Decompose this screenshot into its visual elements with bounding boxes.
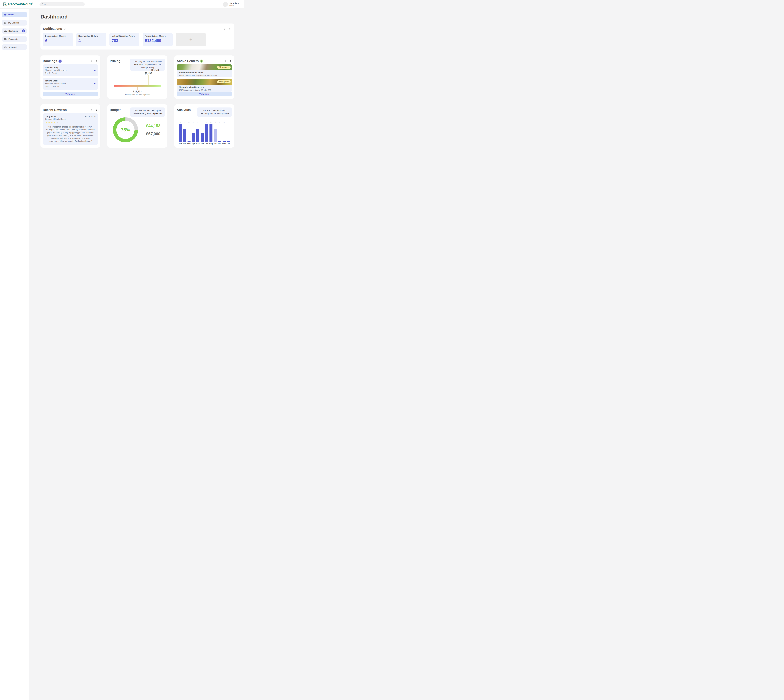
center-photo: 3 Programs <box>177 79 232 85</box>
bookings-view-more-button[interactable]: View More <box>43 92 98 96</box>
sidebar-item-label: Bookings <box>8 30 18 32</box>
budget-donut-chart: 75% <box>113 117 138 142</box>
bar-may <box>196 128 199 142</box>
centers-prev-icon[interactable] <box>224 60 227 62</box>
bar-jan <box>179 124 182 142</box>
budget-percent: 75% <box>113 117 138 142</box>
month-label: Oct <box>217 143 222 145</box>
registered-trademark: ® <box>32 2 33 5</box>
booking-dates: Jan 3 - Feb 8 <box>45 72 96 75</box>
sidebar-item-account[interactable]: Account <box>2 44 27 50</box>
stat-value: 6 <box>45 38 71 43</box>
review-item: Judy Black Sep 3, 2025 Kinmount Health C… <box>43 113 98 145</box>
center-address: 524 Monkwood Ave, Niagara Falls, ON L0S … <box>179 74 230 77</box>
star-empty-icon: ★ <box>56 121 59 124</box>
add-stat-tile[interactable]: + <box>176 33 206 47</box>
user-role: Admin <box>229 5 239 7</box>
booking-list-item[interactable]: Tatiana Stark Kinmount Health Center Dec… <box>43 78 98 90</box>
center-name: Kinmount Health Center <box>179 71 230 74</box>
bar-value: 4 <box>178 121 182 124</box>
reviews-next-icon[interactable] <box>95 108 98 111</box>
sidebar-item-label: Account <box>8 46 17 48</box>
info-text: more competitive than the average listin… <box>138 63 161 68</box>
month-label: Feb <box>182 143 187 145</box>
month-label: Aug <box>209 143 213 145</box>
programs-badge: 3 Programs <box>217 80 231 83</box>
sidebar-item-label: My Centers <box>8 22 19 24</box>
review-center: Kinmount Health Center <box>45 118 95 120</box>
brand-logo: R. RecoveryRoute ® <box>3 2 33 7</box>
booking-dates: Dec 27 - Mar 27 <box>45 85 96 88</box>
info-bold: 75% <box>150 109 154 112</box>
bar-value: 0 <box>222 121 226 124</box>
unread-dot <box>94 70 95 71</box>
bookings-prev-icon[interactable] <box>90 60 93 62</box>
info-text: You have reached <box>134 109 150 112</box>
notifications-prev-icon[interactable] <box>223 28 226 30</box>
edit-notifications-icon[interactable] <box>64 28 66 30</box>
month-label: Apr <box>191 143 196 145</box>
budget-divider <box>142 130 164 130</box>
center-photo: 2 Programs <box>177 64 232 70</box>
price-gradient-bar <box>114 85 161 87</box>
bookings-next-icon[interactable] <box>95 60 98 62</box>
bar-sep <box>214 128 217 142</box>
stat-label: Listing Clicks (last 7 days) <box>112 35 137 37</box>
center-list-item[interactable]: 3 Programs Mountain View Recovery 1812 D… <box>177 79 232 92</box>
bar-apr <box>192 133 195 142</box>
bar-jun <box>201 133 204 142</box>
star-filled-icon: ★ <box>53 121 56 124</box>
bar-oct <box>218 141 221 142</box>
average-caption: Average cost on RecoveryRoute <box>114 94 161 95</box>
info-bold: September <box>152 112 162 115</box>
month-label: Jan <box>178 143 182 145</box>
search-input[interactable] <box>40 2 85 6</box>
stat-value: 783 <box>112 38 137 43</box>
user-menu[interactable]: John Doe Admin <box>223 2 239 7</box>
booking-center: Mountain View Recovery <box>45 69 96 72</box>
bar-value: 3 <box>196 121 200 124</box>
stat-label: Payments (last 90 days) <box>145 35 171 37</box>
analytics-title: Analytics <box>177 108 191 112</box>
bar-value: 4 <box>209 121 213 124</box>
active-centers-title: Active Centers <box>177 59 199 63</box>
sidebar-item-payments[interactable]: Payments <box>2 36 27 42</box>
building-icon <box>4 21 7 24</box>
bar-value: 2 <box>191 121 196 124</box>
stat-label: Reviews (last 30 days) <box>79 35 104 37</box>
centers-next-icon[interactable] <box>229 60 232 62</box>
info-bold: 5.6% <box>134 63 138 66</box>
budget-card: Budget You have reached 75% of your tota… <box>107 104 167 148</box>
stat-value: $132,459 <box>145 38 171 43</box>
sidebar-item-home[interactable]: Home <box>2 12 27 17</box>
marker-label-high: $8,498 <box>142 72 155 75</box>
sidebar-item-bookings[interactable]: Bookings 2 <box>2 28 27 34</box>
account-gear-icon <box>4 46 7 49</box>
bar-value: 0 <box>217 121 222 124</box>
center-list-item[interactable]: 2 Programs Kinmount Health Center 524 Mo… <box>177 64 232 77</box>
bar-value: 3 <box>182 121 187 124</box>
month-label: Jun <box>200 143 204 145</box>
star-filled-icon: ★ <box>45 121 48 124</box>
home-icon <box>4 13 7 16</box>
bar-feb <box>183 128 186 142</box>
pricing-title: Pricing <box>110 59 120 63</box>
page-title: Dashboard <box>40 13 234 20</box>
bookings-card: Bookings 2 Dillan Conley Mountain View R… <box>40 55 100 99</box>
review-date: Sep 3, 2025 <box>85 115 95 118</box>
bar-mar <box>187 141 191 142</box>
payments-icon <box>4 38 7 41</box>
stat-tile-reviews: Reviews (last 30 days) 4 <box>76 33 106 47</box>
notifications-card: Notifications Bookings (last 30 days) 6 … <box>40 23 234 50</box>
stat-label: Bookings (last 30 days) <box>45 35 71 37</box>
reviews-prev-icon[interactable] <box>90 109 93 111</box>
avatar[interactable] <box>223 2 228 7</box>
notifications-next-icon[interactable] <box>228 28 231 30</box>
sidebar-item-my-centers[interactable]: My Centers <box>2 20 27 25</box>
logo-r-icon: R. <box>3 2 7 7</box>
booking-list-item[interactable]: Dillan Conley Mountain View Recovery Jan… <box>43 64 98 76</box>
centers-view-more-button[interactable]: View More <box>177 92 232 96</box>
programs-badge: 2 Programs <box>217 66 231 69</box>
info-bold: 1 <box>210 109 211 112</box>
analytics-bars <box>178 124 231 142</box>
